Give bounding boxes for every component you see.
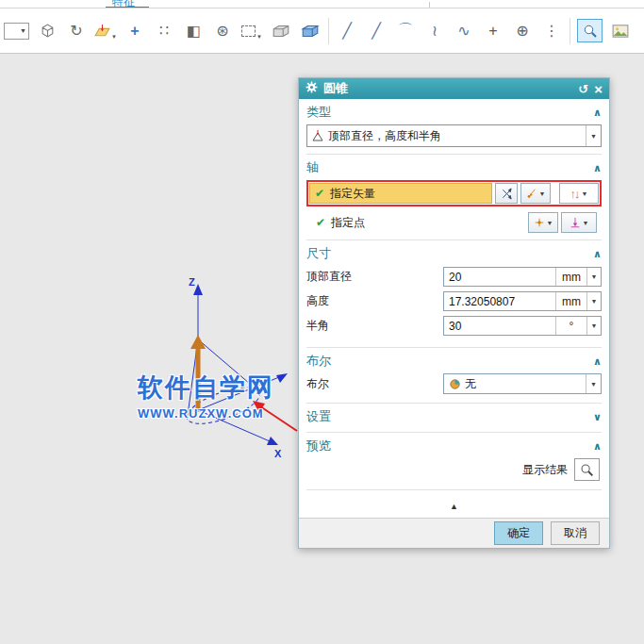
chevron-up-icon[interactable]: ∧ (593, 162, 602, 174)
cone-dialog: 圆锥 ↺ × 类型 ∧ 顶部直径，高度和半角 ▼ (298, 77, 610, 549)
image-icon[interactable] (609, 19, 632, 43)
dialog-collapse-bar[interactable]: ▲ (306, 490, 602, 518)
section-preview: 预览 ∧ 显示结果 (306, 433, 602, 490)
section-boolean-title: 布尔 (306, 353, 331, 370)
top-diameter-field[interactable]: 20 mm ▼ (443, 267, 602, 287)
boolean-dropdown[interactable]: 无 ▼ (443, 373, 602, 394)
height-unit[interactable]: mm (555, 292, 586, 310)
block-blue-icon[interactable] (299, 19, 322, 43)
studio-spline-icon[interactable]: ≀ (423, 19, 446, 43)
half-angle-value[interactable]: 30 (444, 320, 555, 333)
dimension-row: 顶部直径 20 mm ▼ (306, 267, 602, 287)
chevron-down-icon: ▼ (256, 34, 262, 43)
chevron-down-icon: ▼ (539, 190, 546, 197)
shell-icon[interactable]: ⊛ (211, 19, 234, 43)
half-angle-field[interactable]: 30 ° ▼ (443, 316, 602, 336)
chevron-up-icon[interactable]: ∧ (593, 440, 602, 453)
vector-dialog-button[interactable] (495, 183, 518, 204)
chevron-down-icon: ▼ (111, 34, 117, 43)
direction-vector-arrowhead (190, 335, 206, 349)
vector-type-combo[interactable]: ▼ (520, 183, 551, 204)
section-preview-title: 预览 (306, 438, 331, 454)
show-result-button[interactable] (574, 458, 600, 481)
height-field[interactable]: 17.32050807 mm ▼ (443, 291, 602, 311)
boolean-field-label: 布尔 (306, 376, 443, 392)
cancel-button[interactable]: 取消 (551, 521, 600, 545)
circle-point-icon[interactable]: ⊕ (511, 19, 534, 43)
section-boolean: 布尔 ∧ 布尔 无 ▼ (306, 348, 602, 404)
reset-icon[interactable]: ↺ (578, 83, 588, 95)
reverse-direction-icon: ↑↓ (570, 187, 579, 201)
watermark-url: WWW.RUZXW.COM (138, 406, 274, 421)
chevron-down-icon: ▼ (547, 220, 553, 226)
chevron-down-icon[interactable]: ▼ (586, 292, 601, 310)
ok-button[interactable]: 确定 (494, 521, 543, 545)
chevron-down-icon[interactable]: ∨ (593, 411, 602, 423)
arc-icon[interactable]: ⌒ (394, 19, 417, 43)
spline-icon[interactable]: ∿ (453, 19, 475, 43)
magnifier-icon (580, 463, 594, 477)
specify-point-field[interactable]: ✔ 指定点 (311, 212, 525, 233)
dialog-title: 圆锥 (323, 80, 348, 97)
collapse-arrow-icon: ▲ (450, 502, 458, 511)
section-axis-title: 轴 (306, 159, 319, 176)
close-icon[interactable]: × (594, 82, 603, 96)
height-label: 高度 (306, 293, 443, 309)
line-thin-icon[interactable]: ╱ (365, 19, 388, 43)
pattern-feature-icon[interactable]: ∷ (153, 19, 175, 43)
search-icon[interactable] (577, 19, 603, 42)
chevron-up-icon[interactable]: ∧ (593, 248, 602, 260)
chevron-down-icon[interactable]: ▼ (586, 268, 601, 286)
more-tools-icon[interactable]: ⋮ (540, 19, 563, 43)
chevron-down-icon[interactable]: ▼ (586, 125, 601, 146)
boolean-value: 无 (465, 376, 586, 392)
block-grey-icon[interactable] (270, 19, 292, 43)
orient-view-icon[interactable]: ↻ (65, 19, 88, 43)
mirror-feature-icon[interactable]: ◧ (182, 19, 205, 43)
point-type-combo[interactable]: ▼ (561, 212, 597, 233)
cone-type-icon (307, 129, 328, 142)
chevron-down-icon[interactable]: ▼ (586, 374, 601, 393)
chevron-up-icon[interactable]: ∧ (593, 107, 602, 119)
chevron-down-icon[interactable]: ▼ (586, 317, 601, 335)
selection-filter-icon[interactable]: ▼ (240, 19, 263, 43)
specify-vector-field[interactable]: ✔ 指定矢量 (309, 183, 492, 204)
top-diameter-value[interactable]: 20 (444, 271, 555, 284)
ribbon-strip: 特征 (0, 0, 644, 8)
chevron-up-icon[interactable]: ∧ (593, 355, 602, 368)
dialog-options-gear-icon[interactable] (305, 80, 318, 97)
direction-combo[interactable]: ↑↓ ▼ (559, 183, 599, 204)
dialog-header[interactable]: 圆锥 ↺ × (299, 78, 609, 99)
ribbon-divider (429, 2, 430, 8)
section-type-title: 类型 (306, 104, 331, 121)
section-dimensions-title: 尺寸 (306, 245, 331, 262)
datum-plane-icon[interactable]: ▼ (94, 19, 117, 43)
show-result-label: 显示结果 (522, 462, 568, 478)
section-settings: 设置 ∨ (306, 404, 602, 433)
dialog-footer: 确定 取消 (299, 518, 609, 548)
boolean-none-icon (444, 378, 465, 390)
half-angle-label: 半角 (306, 318, 443, 334)
point-dialog-combo[interactable]: ▼ (528, 212, 558, 233)
specify-vector-label: 指定矢量 (330, 186, 375, 202)
y-axis-arrowhead (276, 373, 288, 383)
view-style-combo[interactable]: ▼ (4, 23, 29, 40)
section-type: 类型 ∧ 顶部直径，高度和半角 ▼ (306, 99, 602, 155)
watermark-title: 软件自学网 (138, 371, 274, 405)
wcs-cube-icon[interactable] (36, 19, 58, 43)
move-face-icon[interactable]: + (124, 19, 146, 43)
vector-row-annotation: ✔ 指定矢量 ▼ (306, 180, 602, 206)
height-value[interactable]: 17.32050807 (444, 295, 555, 308)
half-angle-unit[interactable]: ° (555, 317, 586, 335)
section-dimensions: 尺寸 ∧ 顶部直径 20 mm ▼ 高度 17.32050807 mm ▼ (306, 240, 602, 348)
section-settings-title: 设置 (306, 408, 331, 425)
chevron-down-icon: ▼ (582, 190, 588, 197)
top-diameter-unit[interactable]: mm (555, 268, 586, 286)
check-icon: ✔ (315, 187, 324, 200)
watermark: 软件自学网 WWW.RUZXW.COM (138, 371, 274, 421)
toolbar-separator (570, 18, 570, 44)
toolbar-separator (328, 18, 329, 44)
type-dropdown[interactable]: 顶部直径，高度和半角 ▼ (306, 124, 602, 147)
line-icon[interactable]: ╱ (336, 19, 358, 43)
point-cross-icon[interactable]: + (482, 19, 504, 43)
